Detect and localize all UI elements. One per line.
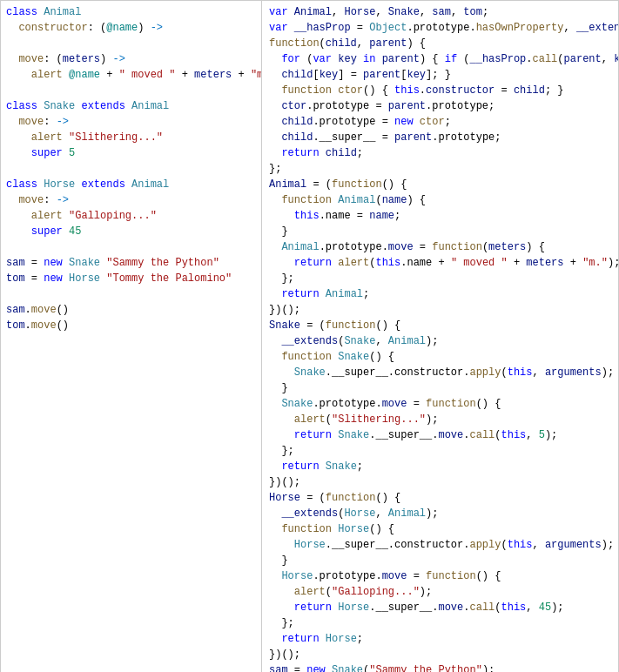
js-line-20: })(); [269,302,613,318]
cs-line-3 [6,36,256,51]
js-line-1: var Animal, Horse, Snake, sam, tom; [269,4,613,20]
js-line-7: ctor.prototype = parent.prototype; [269,98,613,114]
cs-line-10: super 5 [6,145,256,161]
js-line-10: return child; [269,145,613,161]
js-line-35: Horse.__super__.constructor.apply(this, … [269,537,613,553]
js-line-18: }; [269,271,613,286]
js-line-38: alert("Galloping..."); [269,584,613,600]
js-line-37: Horse.prototype.move = function() { [269,568,613,584]
javascript-pane: var Animal, Horse, Snake, sam, tom; var … [262,1,618,672]
js-line-34: function Horse() { [269,521,613,537]
js-line-31: })(); [269,474,613,490]
js-line-33: __extends(Horse, Animal); [269,506,613,521]
js-line-43: sam = new Snake("Sammy the Python"); [269,662,613,672]
cs-line-18: tom = new Horse "Tommy the Palomino" [6,271,256,286]
js-line-16: Animal.prototype.move = function(meters)… [269,239,613,255]
js-line-32: Horse = (function() { [269,490,613,506]
js-line-26: Snake.prototype.move = function() { [269,396,613,412]
js-line-39: return Horse.__super__.move.call(this, 4… [269,600,613,615]
js-line-17: return alert(this.name + " moved " + met… [269,255,613,271]
js-line-25: } [269,380,613,396]
cs-line-1: class Animal [6,4,256,20]
js-line-22: __extends(Snake, Animal); [269,333,613,349]
cs-line-11 [6,161,256,177]
js-line-9: child.__super__ = parent.prototype; [269,130,613,145]
cs-line-19 [6,286,256,302]
cs-line-9: alert "Slithering..." [6,130,256,145]
js-line-40: }; [269,615,613,631]
cs-line-8: move: -> [6,114,256,130]
cs-line-4: move: (meters) -> [6,51,256,67]
coffeescript-pane: class Animal constructor: (@name) -> mov… [1,1,262,672]
js-line-21: Snake = (function() { [269,318,613,333]
cs-line-15: super 45 [6,224,256,239]
js-line-8: child.prototype = new ctor; [269,114,613,130]
js-line-3: function(child, parent) { [269,36,613,51]
js-line-6: function ctor() { this.constructor = chi… [269,83,613,98]
cs-line-2: constructor: (@name) -> [6,20,256,36]
cs-line-14: alert "Galloping..." [6,208,256,224]
js-line-24: Snake.__super__.constructor.apply(this, … [269,365,613,380]
cs-line-6 [6,83,256,98]
js-line-13: function Animal(name) { [269,192,613,208]
js-line-41: return Horse; [269,631,613,647]
js-line-12: Animal = (function() { [269,177,613,192]
js-line-2: var __hasProp = Object.prototype.hasOwnP… [269,20,613,36]
code-editor: class Animal constructor: (@name) -> mov… [0,0,619,672]
cs-line-7: class Snake extends Animal [6,98,256,114]
js-line-29: }; [269,443,613,459]
js-line-11: }; [269,161,613,177]
js-line-42: })(); [269,647,613,662]
cs-line-16 [6,239,256,255]
js-line-15: } [269,224,613,239]
cs-line-20: sam.move() [6,302,256,318]
js-line-4: for (var key in parent) { if (__hasProp.… [269,51,613,67]
js-line-27: alert("Slithering..."); [269,412,613,427]
cs-line-17: sam = new Snake "Sammy the Python" [6,255,256,271]
cs-line-5: alert @name + " moved " + meters + "m." [6,67,256,83]
js-line-5: child[key] = parent[key]; } [269,67,613,83]
js-line-30: return Snake; [269,459,613,474]
js-line-14: this.name = name; [269,208,613,224]
cs-line-13: move: -> [6,192,256,208]
js-line-36: } [269,553,613,568]
js-line-28: return Snake.__super__.move.call(this, 5… [269,427,613,443]
js-line-19: return Animal; [269,286,613,302]
cs-line-12: class Horse extends Animal [6,177,256,192]
js-line-23: function Snake() { [269,349,613,365]
cs-line-21: tom.move() [6,318,256,333]
